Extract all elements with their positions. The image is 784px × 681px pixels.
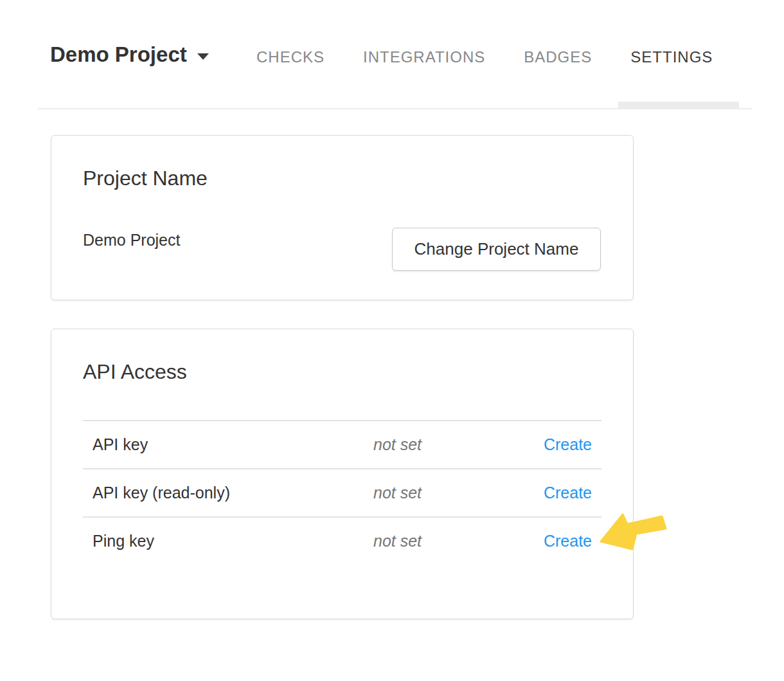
api-key-create-link[interactable]: Create	[544, 435, 592, 453]
row-value: not set	[364, 484, 544, 502]
project-switcher-label: Demo Project	[50, 42, 187, 67]
api-key-read-only-create-link[interactable]: Create	[544, 484, 592, 502]
row-action: Create	[544, 484, 601, 502]
chevron-down-icon	[197, 53, 209, 60]
project-name-card-title: Project Name	[83, 167, 208, 190]
row-action: Create	[544, 532, 601, 550]
row-value: not set	[364, 532, 544, 550]
tab-integrations[interactable]: INTEGRATIONS	[363, 48, 485, 66]
change-project-name-button[interactable]: Change Project Name	[392, 228, 601, 271]
nav-tabs: CHECKSINTEGRATIONSBADGESSETTINGS	[256, 48, 713, 66]
table-row: Ping keynot setCreate	[83, 516, 601, 565]
tab-checks[interactable]: CHECKS	[256, 48, 325, 66]
header-divider	[38, 108, 752, 109]
api-access-card-title: API Access	[83, 360, 187, 384]
settings-page: Demo Project CHECKSINTEGRATIONSBADGESSET…	[0, 0, 784, 681]
api-access-table: API keynot setCreateAPI key (read-only)n…	[83, 420, 601, 565]
row-action: Create	[544, 435, 601, 454]
table-row: API key (read-only)not setCreate	[83, 468, 601, 516]
tab-settings[interactable]: SETTINGS	[630, 48, 713, 66]
row-label-ping-key: Ping key	[83, 532, 364, 550]
row-value: not set	[364, 435, 544, 454]
current-project-name: Demo Project	[83, 231, 180, 250]
row-label-api-key-read-only: API key (read-only)	[83, 484, 364, 502]
project-switcher[interactable]: Demo Project	[50, 42, 209, 67]
row-label-api-key: API key	[83, 435, 364, 454]
ping-key-create-link[interactable]: Create	[544, 532, 592, 550]
tab-badges[interactable]: BADGES	[524, 48, 592, 66]
project-name-card: Project Name Demo Project Change Project…	[51, 135, 634, 300]
api-access-card: API Access API keynot setCreateAPI key (…	[51, 329, 634, 619]
table-row: API keynot setCreate	[83, 420, 601, 468]
